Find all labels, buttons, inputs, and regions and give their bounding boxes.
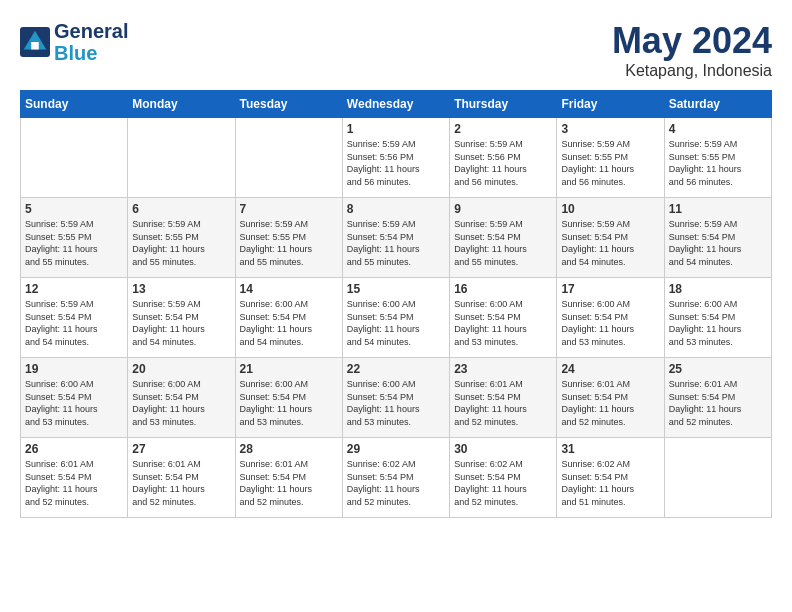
- calendar-cell: 24Sunrise: 6:01 AMSunset: 5:54 PMDayligh…: [557, 358, 664, 438]
- weekday-header-cell: Friday: [557, 91, 664, 118]
- day-number: 7: [240, 202, 338, 216]
- cell-info: Sunrise: 5:59 AMSunset: 5:54 PMDaylight:…: [132, 298, 230, 348]
- cell-info: Sunrise: 5:59 AMSunset: 5:56 PMDaylight:…: [454, 138, 552, 188]
- cell-info: Sunrise: 6:00 AMSunset: 5:54 PMDaylight:…: [347, 298, 445, 348]
- calendar-cell: [21, 118, 128, 198]
- weekday-header-cell: Wednesday: [342, 91, 449, 118]
- calendar-cell: 9Sunrise: 5:59 AMSunset: 5:54 PMDaylight…: [450, 198, 557, 278]
- calendar-cell: 29Sunrise: 6:02 AMSunset: 5:54 PMDayligh…: [342, 438, 449, 518]
- location-title: Ketapang, Indonesia: [612, 62, 772, 80]
- calendar-cell: 21Sunrise: 6:00 AMSunset: 5:54 PMDayligh…: [235, 358, 342, 438]
- day-number: 2: [454, 122, 552, 136]
- calendar-cell: 22Sunrise: 6:00 AMSunset: 5:54 PMDayligh…: [342, 358, 449, 438]
- cell-info: Sunrise: 6:00 AMSunset: 5:54 PMDaylight:…: [669, 298, 767, 348]
- calendar-cell: 19Sunrise: 6:00 AMSunset: 5:54 PMDayligh…: [21, 358, 128, 438]
- calendar-week-row: 5Sunrise: 5:59 AMSunset: 5:55 PMDaylight…: [21, 198, 772, 278]
- calendar-cell: 2Sunrise: 5:59 AMSunset: 5:56 PMDaylight…: [450, 118, 557, 198]
- calendar-table: SundayMondayTuesdayWednesdayThursdayFrid…: [20, 90, 772, 518]
- calendar-cell: 27Sunrise: 6:01 AMSunset: 5:54 PMDayligh…: [128, 438, 235, 518]
- calendar-cell: 23Sunrise: 6:01 AMSunset: 5:54 PMDayligh…: [450, 358, 557, 438]
- cell-info: Sunrise: 6:01 AMSunset: 5:54 PMDaylight:…: [25, 458, 123, 508]
- weekday-header-cell: Thursday: [450, 91, 557, 118]
- cell-info: Sunrise: 6:00 AMSunset: 5:54 PMDaylight:…: [240, 378, 338, 428]
- cell-info: Sunrise: 6:00 AMSunset: 5:54 PMDaylight:…: [25, 378, 123, 428]
- day-number: 21: [240, 362, 338, 376]
- calendar-cell: 25Sunrise: 6:01 AMSunset: 5:54 PMDayligh…: [664, 358, 771, 438]
- logo-icon: [20, 27, 50, 57]
- calendar-cell: 8Sunrise: 5:59 AMSunset: 5:54 PMDaylight…: [342, 198, 449, 278]
- day-number: 27: [132, 442, 230, 456]
- cell-info: Sunrise: 6:00 AMSunset: 5:54 PMDaylight:…: [132, 378, 230, 428]
- day-number: 4: [669, 122, 767, 136]
- day-number: 10: [561, 202, 659, 216]
- cell-info: Sunrise: 6:01 AMSunset: 5:54 PMDaylight:…: [240, 458, 338, 508]
- calendar-cell: 6Sunrise: 5:59 AMSunset: 5:55 PMDaylight…: [128, 198, 235, 278]
- weekday-header-cell: Tuesday: [235, 91, 342, 118]
- cell-info: Sunrise: 6:00 AMSunset: 5:54 PMDaylight:…: [347, 378, 445, 428]
- cell-info: Sunrise: 6:00 AMSunset: 5:54 PMDaylight:…: [240, 298, 338, 348]
- logo: General Blue: [20, 20, 128, 64]
- calendar-cell: [235, 118, 342, 198]
- calendar-week-row: 1Sunrise: 5:59 AMSunset: 5:56 PMDaylight…: [21, 118, 772, 198]
- day-number: 3: [561, 122, 659, 136]
- calendar-cell: 30Sunrise: 6:02 AMSunset: 5:54 PMDayligh…: [450, 438, 557, 518]
- cell-info: Sunrise: 5:59 AMSunset: 5:54 PMDaylight:…: [561, 218, 659, 268]
- cell-info: Sunrise: 6:02 AMSunset: 5:54 PMDaylight:…: [347, 458, 445, 508]
- day-number: 23: [454, 362, 552, 376]
- day-number: 1: [347, 122, 445, 136]
- page-header: General Blue May 2024 Ketapang, Indonesi…: [20, 20, 772, 80]
- calendar-cell: 14Sunrise: 6:00 AMSunset: 5:54 PMDayligh…: [235, 278, 342, 358]
- cell-info: Sunrise: 6:01 AMSunset: 5:54 PMDaylight:…: [561, 378, 659, 428]
- weekday-header-cell: Monday: [128, 91, 235, 118]
- day-number: 31: [561, 442, 659, 456]
- weekday-header-cell: Saturday: [664, 91, 771, 118]
- cell-info: Sunrise: 5:59 AMSunset: 5:54 PMDaylight:…: [347, 218, 445, 268]
- calendar-cell: [128, 118, 235, 198]
- calendar-cell: 15Sunrise: 6:00 AMSunset: 5:54 PMDayligh…: [342, 278, 449, 358]
- calendar-cell: [664, 438, 771, 518]
- calendar-week-row: 26Sunrise: 6:01 AMSunset: 5:54 PMDayligh…: [21, 438, 772, 518]
- day-number: 25: [669, 362, 767, 376]
- calendar-week-row: 19Sunrise: 6:00 AMSunset: 5:54 PMDayligh…: [21, 358, 772, 438]
- cell-info: Sunrise: 5:59 AMSunset: 5:54 PMDaylight:…: [454, 218, 552, 268]
- logo-text: General Blue: [54, 20, 128, 64]
- calendar-cell: 13Sunrise: 5:59 AMSunset: 5:54 PMDayligh…: [128, 278, 235, 358]
- cell-info: Sunrise: 6:01 AMSunset: 5:54 PMDaylight:…: [454, 378, 552, 428]
- svg-rect-2: [31, 42, 39, 50]
- day-number: 19: [25, 362, 123, 376]
- cell-info: Sunrise: 6:00 AMSunset: 5:54 PMDaylight:…: [561, 298, 659, 348]
- calendar-body: 1Sunrise: 5:59 AMSunset: 5:56 PMDaylight…: [21, 118, 772, 518]
- day-number: 24: [561, 362, 659, 376]
- cell-info: Sunrise: 6:02 AMSunset: 5:54 PMDaylight:…: [561, 458, 659, 508]
- day-number: 14: [240, 282, 338, 296]
- day-number: 9: [454, 202, 552, 216]
- day-number: 18: [669, 282, 767, 296]
- cell-info: Sunrise: 5:59 AMSunset: 5:55 PMDaylight:…: [25, 218, 123, 268]
- day-number: 13: [132, 282, 230, 296]
- calendar-cell: 31Sunrise: 6:02 AMSunset: 5:54 PMDayligh…: [557, 438, 664, 518]
- calendar-cell: 20Sunrise: 6:00 AMSunset: 5:54 PMDayligh…: [128, 358, 235, 438]
- calendar-cell: 1Sunrise: 5:59 AMSunset: 5:56 PMDaylight…: [342, 118, 449, 198]
- cell-info: Sunrise: 5:59 AMSunset: 5:54 PMDaylight:…: [25, 298, 123, 348]
- cell-info: Sunrise: 5:59 AMSunset: 5:55 PMDaylight:…: [132, 218, 230, 268]
- calendar-cell: 18Sunrise: 6:00 AMSunset: 5:54 PMDayligh…: [664, 278, 771, 358]
- cell-info: Sunrise: 5:59 AMSunset: 5:56 PMDaylight:…: [347, 138, 445, 188]
- cell-info: Sunrise: 5:59 AMSunset: 5:55 PMDaylight:…: [240, 218, 338, 268]
- cell-info: Sunrise: 5:59 AMSunset: 5:54 PMDaylight:…: [669, 218, 767, 268]
- day-number: 17: [561, 282, 659, 296]
- cell-info: Sunrise: 6:01 AMSunset: 5:54 PMDaylight:…: [669, 378, 767, 428]
- day-number: 22: [347, 362, 445, 376]
- day-number: 20: [132, 362, 230, 376]
- calendar-cell: 17Sunrise: 6:00 AMSunset: 5:54 PMDayligh…: [557, 278, 664, 358]
- day-number: 28: [240, 442, 338, 456]
- calendar-cell: 28Sunrise: 6:01 AMSunset: 5:54 PMDayligh…: [235, 438, 342, 518]
- day-number: 15: [347, 282, 445, 296]
- cell-info: Sunrise: 6:02 AMSunset: 5:54 PMDaylight:…: [454, 458, 552, 508]
- title-block: May 2024 Ketapang, Indonesia: [612, 20, 772, 80]
- cell-info: Sunrise: 5:59 AMSunset: 5:55 PMDaylight:…: [669, 138, 767, 188]
- calendar-cell: 7Sunrise: 5:59 AMSunset: 5:55 PMDaylight…: [235, 198, 342, 278]
- calendar-cell: 26Sunrise: 6:01 AMSunset: 5:54 PMDayligh…: [21, 438, 128, 518]
- weekday-header-row: SundayMondayTuesdayWednesdayThursdayFrid…: [21, 91, 772, 118]
- day-number: 29: [347, 442, 445, 456]
- cell-info: Sunrise: 6:01 AMSunset: 5:54 PMDaylight:…: [132, 458, 230, 508]
